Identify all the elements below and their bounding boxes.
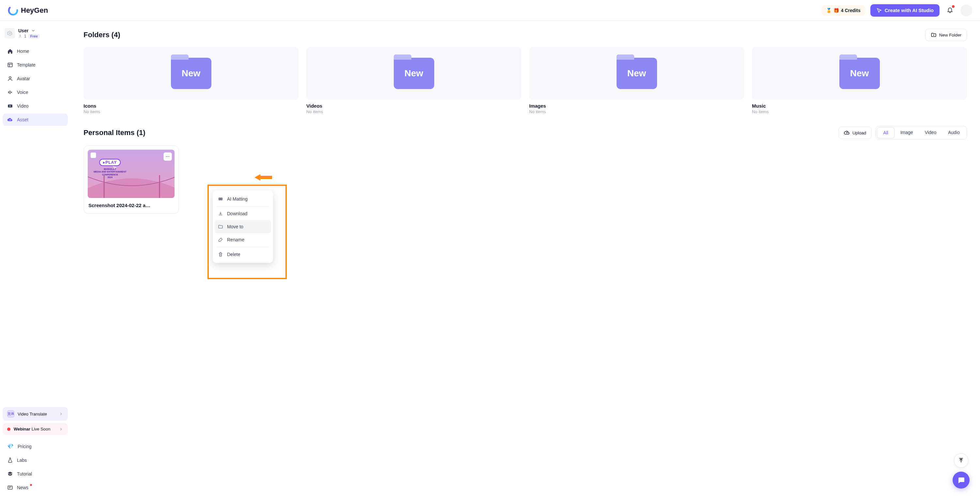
workspace-name: User xyxy=(18,28,29,33)
filter-video[interactable]: Video xyxy=(919,127,942,138)
app-header: HeyGen 🏅 🎁 4 Credits Create with AI Stud… xyxy=(0,0,980,21)
chevron-down-icon xyxy=(31,29,35,33)
ctx-delete[interactable]: Delete xyxy=(215,248,271,261)
filter-audio[interactable]: Audio xyxy=(942,127,966,138)
svg-rect-6 xyxy=(10,91,10,94)
live-dot-icon xyxy=(7,427,10,431)
home-icon xyxy=(7,48,13,54)
credits-badge[interactable]: 🏅 🎁 4 Credits xyxy=(821,5,865,16)
ctx-rename[interactable]: Rename xyxy=(215,233,271,246)
gear-icon xyxy=(7,31,13,36)
folder-plus-icon xyxy=(931,32,937,38)
filter-all[interactable]: All xyxy=(877,127,894,138)
download-icon xyxy=(218,211,223,216)
news-badge-dot xyxy=(30,484,32,486)
gift-icon: 🎁 xyxy=(834,8,839,13)
users-icon xyxy=(18,34,22,38)
diamond-icon: 💎 xyxy=(7,443,14,450)
credits-text: 4 Credits xyxy=(841,8,861,13)
member-count: 1 xyxy=(24,34,26,38)
video-icon xyxy=(7,103,13,109)
brand-logo[interactable]: HeyGen xyxy=(8,5,48,16)
folder-card-icons[interactable]: New Icons No items xyxy=(84,47,299,114)
brand-name: HeyGen xyxy=(21,6,48,15)
chat-icon xyxy=(957,476,965,484)
nav-news[interactable]: News xyxy=(3,482,68,494)
nav-asset[interactable]: Asset xyxy=(3,113,68,126)
workspace-selector[interactable]: User 1 Free xyxy=(3,26,68,42)
nav-pricing[interactable]: 💎 Pricing xyxy=(3,440,68,453)
trash-icon xyxy=(218,252,223,257)
svg-point-14 xyxy=(169,156,169,157)
svg-rect-5 xyxy=(8,91,9,93)
folder-card-images[interactable]: New Images No items xyxy=(529,47,744,114)
svg-point-16 xyxy=(219,199,220,199)
context-menu: AI Matting Download Move to Rename Delet… xyxy=(213,191,273,263)
asset-name: Screenshot 2024-02-22 a… xyxy=(84,198,178,213)
upload-button[interactable]: Upload xyxy=(838,127,872,139)
folder-card-music[interactable]: New Music No items xyxy=(752,47,967,114)
filter-tabs: All Image Video Audio xyxy=(876,126,967,140)
svg-rect-7 xyxy=(11,92,12,93)
bridge-illustration xyxy=(88,175,175,198)
svg-point-1 xyxy=(9,33,10,34)
rename-icon xyxy=(218,237,223,242)
ctx-ai-matting[interactable]: AI Matting xyxy=(215,192,271,205)
nav-video[interactable]: Video xyxy=(3,100,68,112)
folders-grid: New Icons No items New Videos No items N… xyxy=(84,47,967,114)
personal-items-title: Personal Items (1) xyxy=(84,129,145,137)
support-chat-button[interactable] xyxy=(953,472,970,489)
cloud-icon xyxy=(7,117,13,122)
chevron-right-icon xyxy=(59,427,63,431)
scroll-to-top-button[interactable] xyxy=(954,453,968,468)
notifications-button[interactable] xyxy=(945,5,955,16)
user-avatar[interactable] xyxy=(961,5,972,16)
flask-icon xyxy=(7,457,13,463)
avatar-icon xyxy=(7,76,13,81)
cursor-pointer-icon xyxy=(113,165,117,170)
folders-title: Folders (4) xyxy=(84,31,120,39)
nav-avatar[interactable]: Avatar xyxy=(3,72,68,85)
chevron-right-icon xyxy=(59,412,63,416)
asset-card[interactable]: ▸PLAY BERKELEY MEDIA AND ENTERTAINMENT C… xyxy=(84,145,179,214)
translate-icon: 文/A xyxy=(7,410,14,418)
graduation-cap-icon xyxy=(7,471,13,477)
ctx-download[interactable]: Download xyxy=(215,207,271,220)
svg-point-2 xyxy=(20,35,21,36)
create-ai-studio-button[interactable]: Create with AI Studio xyxy=(870,4,940,17)
upload-icon xyxy=(844,130,850,136)
template-icon xyxy=(7,62,13,68)
annotation-arrow xyxy=(255,174,272,181)
cursor-icon xyxy=(876,8,882,13)
nav-home[interactable]: Home xyxy=(3,45,68,57)
filter-image[interactable]: Image xyxy=(894,127,919,138)
nav-voice[interactable]: Voice xyxy=(3,86,68,99)
svg-point-17 xyxy=(221,199,222,199)
ctx-move-to[interactable]: Move to xyxy=(215,220,271,233)
promo-webinar[interactable]: Webinar Live Soon xyxy=(3,423,68,435)
promo-video-translate[interactable]: 文/A Video Translate xyxy=(3,407,68,421)
more-horizontal-icon xyxy=(165,154,170,159)
asset-more-button[interactable] xyxy=(164,152,172,161)
notification-dot xyxy=(952,5,955,8)
header-actions: 🏅 🎁 4 Credits Create with AI Studio xyxy=(821,4,972,17)
new-folder-button[interactable]: New Folder xyxy=(925,29,967,41)
nav-template[interactable]: Template xyxy=(3,59,68,71)
heygen-logo-icon xyxy=(8,5,18,16)
svg-point-12 xyxy=(166,156,167,157)
voice-icon xyxy=(7,89,13,95)
news-icon xyxy=(7,485,13,491)
workspace-icon xyxy=(5,28,15,38)
svg-point-0 xyxy=(9,6,17,15)
svg-point-4 xyxy=(9,77,11,79)
asset-checkbox[interactable] xyxy=(91,152,96,158)
plan-badge: Free xyxy=(29,34,40,38)
ai-matting-icon xyxy=(218,196,223,202)
nav-tutorial[interactable]: Tutorial xyxy=(3,468,68,480)
medal-icon: 🏅 xyxy=(826,8,832,13)
nav-labs[interactable]: Labs xyxy=(3,454,68,466)
main-content: Folders (4) New Folder New Icons No item… xyxy=(70,21,980,499)
asset-thumbnail: ▸PLAY BERKELEY MEDIA AND ENTERTAINMENT C… xyxy=(88,150,175,198)
svg-rect-3 xyxy=(8,63,13,67)
folder-card-videos[interactable]: New Videos No items xyxy=(306,47,521,114)
